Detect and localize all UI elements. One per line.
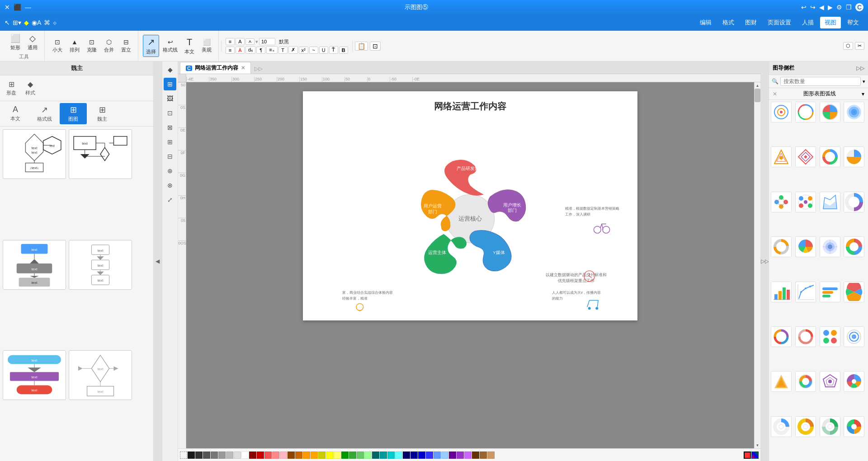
search-input[interactable] (780, 77, 861, 86)
diagram-type-dropdown[interactable]: ▾ (862, 91, 864, 97)
back-icon[interactable]: ◀ (819, 4, 824, 11)
align-left-icon[interactable]: ≡ (226, 38, 235, 45)
diagram-thumb-12[interactable] (844, 192, 864, 212)
underline-icon[interactable]: U (319, 47, 328, 54)
tab-close-icon[interactable]: ✕ (241, 65, 245, 71)
template-card-6[interactable]: text text (69, 350, 132, 400)
diagram-thumb-6[interactable] (795, 146, 816, 167)
sidebar-collapse-button[interactable]: ◀ (154, 61, 162, 461)
settings-icon[interactable]: ⚙ (836, 4, 842, 11)
diagram-thumb-9[interactable] (771, 192, 792, 212)
new-tab-button[interactable]: ▷▷ (252, 64, 265, 74)
font-size-small-icon[interactable]: A (245, 38, 255, 45)
color-orange1[interactable] (288, 452, 295, 459)
pointer-icon[interactable]: ↖ (5, 19, 10, 26)
sidebar-tool-shapes[interactable]: ⊞ 形盘 (3, 78, 20, 98)
color-green1[interactable] (349, 452, 356, 459)
color-purple2[interactable] (457, 452, 464, 459)
diagram-thumb-17[interactable] (771, 282, 792, 302)
paragraph-icon[interactable]: ¶ (256, 47, 265, 54)
menu-item-describe[interactable]: 人描 (797, 17, 818, 28)
color-blue1[interactable] (403, 452, 410, 459)
color-bright-red[interactable] (744, 452, 751, 459)
tool-rectangle[interactable]: ⬜ 矩形 (7, 32, 24, 52)
color-pink2[interactable] (280, 452, 287, 459)
diagram-thumb-23[interactable] (820, 326, 840, 347)
color-red2[interactable] (257, 452, 264, 459)
shapes-menu-icon[interactable]: ⊞▾ (13, 19, 21, 26)
color-white[interactable] (241, 452, 249, 459)
color-purple3[interactable] (464, 452, 472, 459)
color-black[interactable] (188, 452, 195, 459)
bold-icon[interactable]: B (339, 47, 348, 54)
strikethrough-icon[interactable]: ✗ (288, 46, 298, 54)
font-color-icon[interactable]: A (236, 47, 245, 54)
diagram-thumb-13[interactable] (771, 236, 792, 257)
tool-text[interactable]: T 本文 (181, 35, 198, 57)
menu-item-help[interactable]: 帮文 (843, 17, 863, 28)
color-blue3[interactable] (418, 452, 425, 459)
subscript-icon[interactable]: d₆ (245, 46, 255, 54)
tool-size[interactable]: ⊡ 小大 (49, 37, 66, 55)
diagram-thumb-5[interactable] (771, 146, 792, 167)
text-icon[interactable]: ◉A (32, 19, 41, 26)
color-none[interactable] (180, 452, 187, 459)
vtool-image[interactable]: 🖼 (164, 92, 176, 105)
diagram-thumb-29[interactable] (771, 416, 792, 437)
insert-icon[interactable]: ◆ (24, 19, 29, 26)
template-card-2[interactable]: text (69, 129, 132, 179)
template-card-3[interactable]: text text text (3, 240, 66, 290)
diagram-thumb-25[interactable] (771, 371, 792, 392)
diagram-thumb-18[interactable] (795, 282, 816, 302)
shape-type-template[interactable]: ⊞ 魏主 (89, 103, 116, 124)
diagram-thumb-28[interactable] (844, 371, 864, 392)
diagram-thumb-21[interactable] (771, 326, 792, 347)
tool-place[interactable]: ⊟ 置立 (118, 37, 134, 55)
template-card-1[interactable]: text text ↓text↓ text (3, 129, 66, 179)
copy-icon[interactable]: ⊡ (370, 42, 381, 51)
superscript-icon[interactable]: x² (299, 47, 308, 54)
tool-general[interactable]: ◇ 通用 (24, 32, 41, 52)
color-teal2[interactable] (380, 452, 387, 459)
redo-icon[interactable]: ↪ (810, 4, 816, 11)
list-icon[interactable]: ≡₊ (266, 46, 277, 54)
font-size-input[interactable] (259, 38, 275, 45)
diagram-thumb-8[interactable] (844, 146, 864, 167)
color-darkgray1[interactable] (195, 452, 203, 459)
vtool-scan[interactable]: ⊕ (164, 165, 176, 177)
color-green3[interactable] (364, 452, 372, 459)
font-size-large-icon[interactable]: A (236, 38, 245, 45)
color-blue2[interactable] (410, 452, 418, 459)
vtool-pointer[interactable]: ◆ (164, 63, 176, 76)
minimize-icon[interactable]: — (25, 4, 31, 11)
extra-tool-2[interactable]: ✂ (855, 42, 864, 50)
vtool-table[interactable]: ⊞ (164, 136, 176, 148)
menu-item-resources[interactable]: 图财 (741, 17, 761, 28)
color-pink1[interactable] (272, 452, 279, 459)
scroll-up-arrow[interactable]: ▲ (755, 82, 760, 89)
vtool-layer[interactable]: ⊡ (164, 107, 176, 119)
color-blue5[interactable] (434, 452, 441, 459)
diagram-thumb-14[interactable] (795, 236, 816, 257)
close-icon[interactable]: ✕ (5, 4, 10, 11)
color-orange3[interactable] (303, 452, 310, 459)
menu-item-page-setup[interactable]: 页面设置 (763, 17, 796, 28)
extra-icon[interactable]: ⟐ (53, 19, 57, 26)
extra-tool-1[interactable]: ⬡ (843, 42, 853, 50)
diagram-thumb-16[interactable] (844, 236, 864, 257)
color-brown1[interactable] (472, 452, 479, 459)
color-brown2[interactable] (480, 452, 487, 459)
canvas-tab-main[interactable]: C 网络运营工作内容 ✕ (180, 62, 251, 74)
color-teal1[interactable] (372, 452, 379, 459)
restore-icon[interactable]: ❐ (846, 4, 852, 11)
template-card-4[interactable]: text text text (69, 240, 132, 290)
diagram-thumb-1[interactable] (771, 102, 792, 122)
diagram-thumb-22[interactable] (795, 326, 816, 347)
color-blue4[interactable] (426, 452, 433, 459)
template-card-5[interactable]: text text text (3, 350, 66, 400)
indent-icon[interactable]: T (278, 47, 288, 54)
diagram-thumb-31[interactable] (820, 416, 840, 437)
tool-merge[interactable]: ⬡ 合并 (101, 37, 117, 55)
color-cyan1[interactable] (387, 452, 395, 459)
color-tan[interactable] (487, 452, 495, 459)
